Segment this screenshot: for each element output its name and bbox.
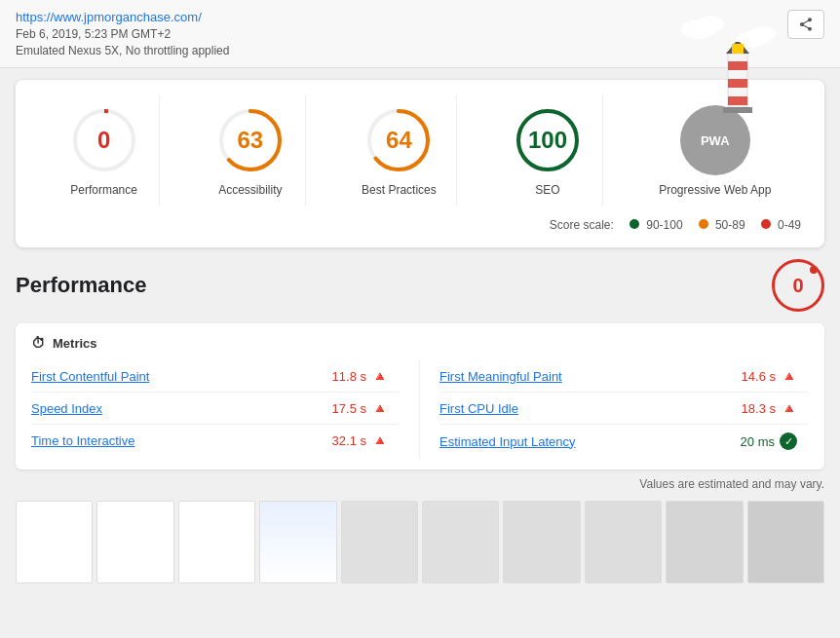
film-frame-5 — [341, 501, 418, 583]
film-frame-6 — [422, 501, 499, 583]
metric-si-name[interactable]: Speed Index — [31, 401, 102, 416]
film-frame-2 — [96, 501, 173, 583]
metric-fci-value: 18.3 s 🔺 — [742, 400, 797, 416]
top-bar-left: https://www.jpmorganchase.com/ Feb 6, 20… — [16, 10, 229, 57]
score-value-performance: 0 — [97, 127, 110, 154]
film-frame-1 — [16, 501, 93, 583]
score-value-pwa: PWA — [701, 133, 730, 148]
score-value-accessibility: 63 — [237, 127, 263, 154]
metric-fci: First CPU Idle 18.3 s 🔺 — [439, 393, 809, 425]
score-label-accessibility: Accessibility — [218, 183, 282, 197]
scale-dot-red — [761, 219, 771, 229]
svg-rect-9 — [732, 44, 744, 54]
metric-si-value: 17.5 s 🔺 — [332, 400, 388, 416]
score-performance[interactable]: 0 Performance — [50, 95, 160, 206]
score-seo[interactable]: 100 SEO — [493, 95, 603, 206]
score-scale-label: Score scale: — [550, 218, 614, 232]
film-frame-10 — [747, 501, 824, 583]
metric-fcp: First Contentful Paint 11.8 s 🔺 — [31, 360, 400, 393]
metric-fmp-warn-icon: 🔺 — [781, 368, 797, 384]
svg-point-3 — [752, 26, 776, 42]
metric-fmp-name[interactable]: First Meaningful Paint — [439, 369, 562, 384]
filmstrip — [16, 501, 824, 583]
share-icon — [798, 17, 814, 32]
scale-item-green: 90-100 — [630, 218, 683, 232]
svg-rect-7 — [728, 96, 747, 105]
score-accessibility[interactable]: 63 Accessibility — [196, 95, 306, 206]
scale-item-red: 0-49 — [761, 218, 801, 232]
metric-fcp-warn-icon: 🔺 — [371, 368, 388, 384]
score-best-practices[interactable]: 64 Best Practices — [342, 95, 457, 206]
metric-eil-check-icon: ✓ — [780, 432, 797, 450]
metrics-left-col: First Contentful Paint 11.8 s 🔺 Speed In… — [31, 360, 420, 458]
metric-tti-name[interactable]: Time to Interactive — [31, 433, 134, 448]
svg-rect-10 — [723, 107, 752, 113]
metrics-right-col: First Meaningful Paint 14.6 s 🔺 First CP… — [420, 360, 809, 458]
metric-tti-value: 32.1 s 🔺 — [332, 432, 388, 448]
top-bar-device: Emulated Nexus 5X, No throttling applied — [16, 44, 229, 57]
score-label-pwa: Progressive Web App — [659, 183, 771, 197]
scale-dot-orange — [699, 219, 708, 229]
lighthouse-illustration — [679, 5, 786, 125]
score-circle-best-practices: 64 — [363, 105, 434, 175]
metric-si-warn-icon: 🔺 — [371, 400, 388, 416]
film-frame-7 — [503, 501, 580, 583]
metric-eil: Estimated Input Latency 20 ms ✓ — [439, 425, 809, 458]
scale-item-orange: 50-89 — [699, 218, 745, 232]
score-circle-accessibility: 63 — [215, 105, 286, 175]
performance-score-dot — [810, 266, 818, 274]
score-value-best-practices: 64 — [386, 127, 412, 154]
site-url-link[interactable]: https://www.jpmorganchase.com/ — [16, 10, 202, 24]
metric-eil-value: 20 ms ✓ — [741, 432, 797, 450]
score-label-seo: SEO — [535, 183, 559, 197]
performance-title: Performance — [16, 273, 147, 298]
score-circle-performance: 0 — [69, 105, 139, 175]
metrics-section: ⏱ Metrics First Contentful Paint 11.8 s … — [16, 323, 824, 469]
film-frame-4 — [259, 501, 336, 583]
metric-tti-warn-icon: 🔺 — [371, 432, 388, 448]
metric-tti: Time to Interactive 32.1 s 🔺 — [31, 425, 400, 456]
performance-score-value: 0 — [792, 275, 803, 297]
metrics-header: ⏱ Metrics — [31, 335, 809, 351]
film-frame-8 — [585, 501, 662, 583]
metric-fcp-value: 11.8 s 🔺 — [332, 368, 388, 384]
score-value-seo: 100 — [528, 127, 567, 154]
score-circle-seo: 100 — [513, 105, 583, 175]
svg-rect-5 — [728, 61, 747, 70]
stopwatch-icon: ⏱ — [31, 335, 45, 351]
metric-eil-name[interactable]: Estimated Input Latency — [439, 434, 575, 449]
score-scale: Score scale: 90-100 50-89 0-49 — [31, 218, 809, 232]
film-frame-9 — [666, 501, 743, 583]
performance-score-circle: 0 — [772, 259, 824, 312]
share-button[interactable] — [787, 10, 824, 39]
svg-rect-6 — [728, 79, 747, 88]
metrics-label: Metrics — [53, 336, 97, 351]
estimated-note: Values are estimated and may vary. — [16, 477, 824, 491]
scale-dot-green — [630, 219, 639, 229]
film-frame-3 — [178, 501, 255, 583]
metric-fmp: First Meaningful Paint 14.6 s 🔺 — [439, 360, 809, 393]
metric-fcp-name[interactable]: First Contentful Paint — [31, 369, 149, 384]
metrics-grid: First Contentful Paint 11.8 s 🔺 Speed In… — [31, 360, 809, 458]
metric-si: Speed Index 17.5 s 🔺 — [31, 393, 400, 425]
top-bar-date: Feb 6, 2019, 5:23 PM GMT+2 — [16, 27, 229, 41]
main-content: Performance 0 ⏱ Metrics First Contentful… — [0, 259, 840, 599]
score-label-performance: Performance — [70, 183, 137, 197]
metric-fci-warn-icon: 🔺 — [781, 400, 797, 416]
performance-section-header: Performance 0 — [16, 259, 824, 312]
score-label-best-practices: Best Practices — [362, 183, 437, 197]
metric-fmp-value: 14.6 s 🔺 — [742, 368, 797, 384]
metric-fci-name[interactable]: First CPU Idle — [439, 401, 518, 416]
svg-point-1 — [697, 16, 724, 33]
top-bar: https://www.jpmorganchase.com/ Feb 6, 20… — [0, 0, 840, 68]
